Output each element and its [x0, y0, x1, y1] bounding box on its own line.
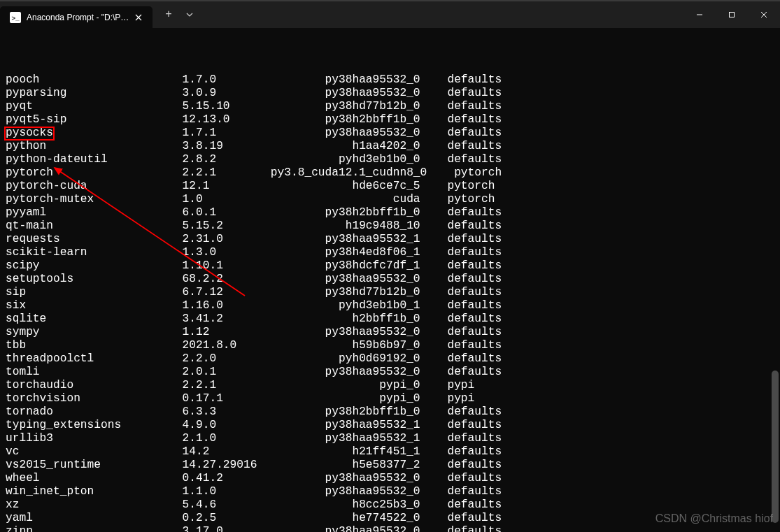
- svg-rect-2: [730, 13, 735, 17]
- scrollbar-thumb[interactable]: [772, 371, 779, 523]
- watermark: CSDN @Christmas hiof: [655, 512, 773, 525]
- package-row: torchaudio 2.2.1 pypi_0 pypi: [6, 379, 774, 392]
- package-row: scipy 1.10.1 py38hdcfc7df_1 defaults: [6, 259, 774, 273]
- package-row: pyparsing 3.0.9 py38haa95532_0 defaults: [6, 87, 774, 100]
- package-row: tbb 2021.8.0 h59b6b97_0 defaults: [6, 339, 774, 352]
- package-row: setuptools 68.2.2 py38haa95532_0 default…: [6, 273, 774, 286]
- package-row: urllib3 2.1.0 py38haa95532_1 defaults: [6, 432, 774, 445]
- package-row: pooch 1.7.0 py38haa95532_0 defaults: [6, 73, 774, 87]
- package-row: typing_extensions 4.9.0 py38haa95532_1 d…: [6, 419, 774, 432]
- package-row: sqlite 3.41.2 h2bbff1b_0 defaults: [6, 312, 774, 326]
- tab-dropdown-button[interactable]: [179, 4, 200, 25]
- package-row: sip 6.7.12 py38hd77b12b_0 defaults: [6, 286, 774, 299]
- package-row: sympy 1.12 py38haa95532_0 defaults: [6, 326, 774, 339]
- tab-title: Anaconda Prompt - "D:\Prog…: [27, 13, 132, 22]
- package-row: torchvision 0.17.1 pypi_0 pypi: [6, 392, 774, 405]
- close-button[interactable]: [748, 1, 780, 28]
- package-row: six 1.16.0 pyhd3eb1b0_1 defaults: [6, 299, 774, 312]
- package-row: vs2015_runtime 14.27.29016 h5e58377_2 de…: [6, 459, 774, 472]
- package-row: pyyaml 6.0.1 py38h2bbff1b_0 defaults: [6, 206, 774, 220]
- svg-text:>_: >_: [12, 14, 20, 22]
- minimize-button[interactable]: [683, 1, 716, 28]
- maximize-button[interactable]: [716, 1, 748, 28]
- package-row: zipp 3.17.0 py38haa95532_0 defaults: [6, 525, 774, 532]
- package-row: tornado 6.3.3 py38h2bbff1b_0 defaults: [6, 405, 774, 419]
- package-row: python 3.8.19 h1aa4202_0 defaults: [6, 140, 774, 153]
- package-row: qt-main 5.15.2 h19c9488_10 defaults: [6, 220, 774, 233]
- package-row: pytorch-mutex 1.0 cuda pytorch: [6, 193, 774, 206]
- tab-close-button[interactable]: [132, 10, 146, 24]
- package-row: vc 14.2 h21ff451_1 defaults: [6, 445, 774, 459]
- package-row: pytorch 2.2.1 py3.8_cuda12.1_cudnn8_0 py…: [6, 166, 774, 180]
- package-row: pytorch-cuda 12.1 hde6ce7c_5 pytorch: [6, 180, 774, 193]
- package-row: threadpoolctl 2.2.0 pyh0d69192_0 default…: [6, 352, 774, 366]
- package-row: scikit-learn 1.3.0 py38h4ed8f06_1 defaul…: [6, 246, 774, 259]
- scrollbar-track[interactable]: [770, 28, 780, 532]
- package-row: pysocks 1.7.1 py38haa95532_0 defaults: [6, 127, 774, 140]
- new-tab-button[interactable]: +: [158, 4, 179, 25]
- package-row: tomli 2.0.1 py38haa95532_0 defaults: [6, 366, 774, 379]
- package-row: requests 2.31.0 py38haa95532_1 defaults: [6, 233, 774, 246]
- package-row: pyqt5-sip 12.13.0 py38h2bbff1b_0 default…: [6, 113, 774, 127]
- window-controls: [683, 1, 780, 28]
- package-row: xz 5.4.6 h8cc25b3_0 defaults: [6, 498, 774, 512]
- titlebar: >_ Anaconda Prompt - "D:\Prog… +: [0, 0, 780, 28]
- package-row: pyqt 5.15.10 py38hd77b12b_0 defaults: [6, 100, 774, 113]
- package-row: wheel 0.41.2 py38haa95532_0 defaults: [6, 472, 774, 485]
- package-row: win_inet_pton 1.1.0 py38haa95532_0 defau…: [6, 485, 774, 498]
- anaconda-icon: >_: [10, 12, 21, 23]
- package-row: python-dateutil 2.8.2 pyhd3eb1b0_0 defau…: [6, 153, 774, 166]
- terminal-output[interactable]: pooch 1.7.0 py38haa95532_0 defaultspypar…: [0, 28, 780, 532]
- terminal-tab[interactable]: >_ Anaconda Prompt - "D:\Prog…: [0, 6, 153, 29]
